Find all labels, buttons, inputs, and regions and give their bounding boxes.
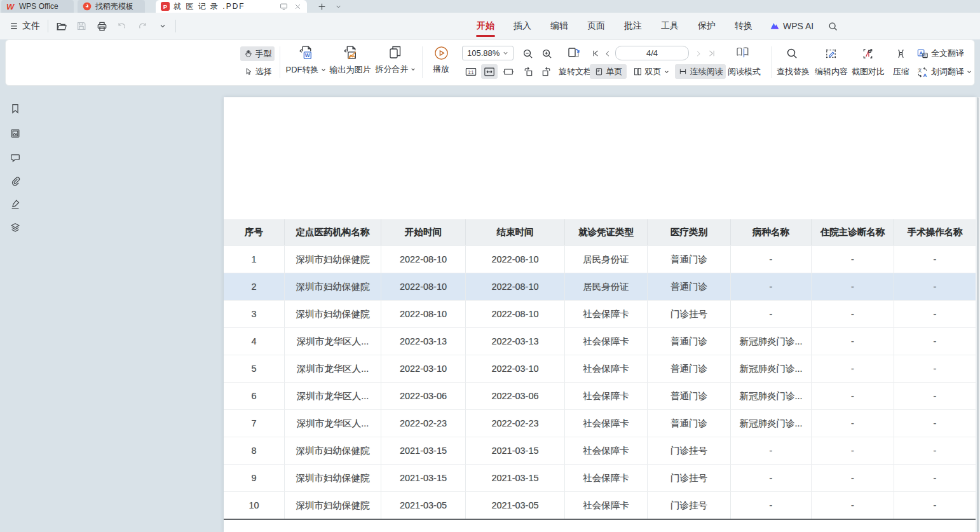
- table-cell: -: [731, 273, 812, 300]
- menu-insert[interactable]: 插入: [504, 13, 541, 39]
- actual-size-button[interactable]: 1:1: [463, 64, 479, 79]
- find-replace-icon-button[interactable]: [784, 46, 800, 61]
- last-page-button[interactable]: [706, 46, 718, 61]
- signature-panel-button[interactable]: [8, 197, 22, 211]
- split-merge-button[interactable]: 拆分合并: [372, 44, 418, 75]
- hand-tool-button[interactable]: 手型: [240, 46, 275, 61]
- compress-icon-button[interactable]: [892, 46, 909, 61]
- chevron-down-icon: [411, 67, 416, 72]
- comments-panel-button[interactable]: [8, 151, 22, 165]
- search-icon: [827, 21, 838, 32]
- menu-home[interactable]: 开始: [467, 13, 504, 39]
- screenshot-compare-icon-button[interactable]: [859, 46, 876, 61]
- table-cell: 2022-08-10: [381, 301, 466, 327]
- export-image-label: 输出为图片: [330, 64, 371, 76]
- word-translate-button[interactable]: 文A 划词翻译: [916, 65, 972, 78]
- qat-customize-chevron[interactable]: [155, 18, 170, 34]
- image-icon: [10, 128, 21, 139]
- single-page-view-button[interactable]: 单页: [590, 64, 627, 79]
- menu-edit[interactable]: 编辑: [541, 13, 578, 39]
- menu-protect[interactable]: 保护: [688, 13, 725, 39]
- print-button[interactable]: [94, 18, 109, 34]
- table-cell: -: [812, 410, 894, 437]
- attachments-panel-button[interactable]: [8, 174, 22, 188]
- table-cell: 2022-03-10: [381, 355, 466, 382]
- rotate-right-button[interactable]: [539, 64, 554, 79]
- close-tab-icon[interactable]: [294, 3, 302, 11]
- pdf-convert-button[interactable]: W PDF转换: [283, 44, 328, 76]
- read-mode-button[interactable]: 阅读模式: [726, 64, 763, 79]
- rotate-left-button[interactable]: [520, 64, 535, 79]
- fit-page-icon: [502, 66, 515, 78]
- save-button[interactable]: [74, 18, 89, 34]
- header-cell: 就诊凭证类型: [565, 219, 648, 245]
- table-row: 4深圳市龙华区人...2022-03-132022-03-13社会保障卡普通门诊…: [224, 327, 976, 355]
- table-cell: 普通门诊: [648, 328, 731, 355]
- zoom-out-button[interactable]: [520, 46, 535, 61]
- table-cell: 2021-03-15: [381, 465, 466, 491]
- first-page-button[interactable]: [590, 46, 601, 61]
- tab-document-active[interactable]: P 就 医 记 录 .PDF: [156, 0, 307, 13]
- window-tab-bar: W WPS Office 找稻壳模板 P 就 医 记 录 .PDF: [0, 0, 980, 13]
- continuous-reading-button[interactable]: 连续阅读: [675, 64, 726, 79]
- open-file-button[interactable]: [53, 18, 69, 34]
- svg-text:P: P: [163, 3, 168, 10]
- read-mode-icon-button[interactable]: [732, 44, 755, 62]
- pdf-convert-label: PDF转换: [286, 64, 319, 76]
- menu-row: 文件 开始 插入 编辑 页面 批注 工具 保护 转换: [0, 13, 980, 39]
- fit-width-button[interactable]: [481, 64, 498, 79]
- table-cell: 2022-03-13: [466, 328, 565, 355]
- table-cell: 2022-03-13: [381, 328, 466, 355]
- edit-content-icon-button[interactable]: [822, 46, 839, 61]
- new-tab-button[interactable]: [315, 0, 328, 13]
- previous-page-button[interactable]: [602, 46, 613, 61]
- table-cell: 社会保障卡: [565, 301, 648, 327]
- rotate-left-icon: [522, 65, 534, 78]
- table-cell: 2022-02-23: [466, 410, 565, 437]
- select-tool-button[interactable]: 选择: [240, 64, 275, 79]
- menu-comment[interactable]: 批注: [615, 13, 651, 39]
- undo-button[interactable]: [114, 18, 130, 34]
- save-icon: [76, 20, 87, 32]
- find-replace-button[interactable]: 查找替换: [775, 64, 811, 79]
- play-button[interactable]: 播放: [428, 45, 454, 75]
- menu-search-button[interactable]: [827, 21, 838, 32]
- rotate-document-button[interactable]: 旋转文档: [557, 64, 594, 79]
- table-cell: -: [731, 437, 812, 464]
- file-menu-button[interactable]: 文件: [6, 20, 43, 32]
- table-cell: 10: [224, 492, 285, 519]
- table-cell: 深圳市龙华区人...: [285, 328, 381, 355]
- next-page-button[interactable]: [693, 46, 704, 61]
- menu-page[interactable]: 页面: [578, 13, 615, 39]
- table-cell: 深圳市妇幼保健院: [285, 492, 381, 519]
- table-cell: 4: [224, 328, 285, 355]
- table-cell: 社会保障卡: [565, 383, 648, 409]
- menu-tools[interactable]: 工具: [651, 13, 688, 39]
- export-as-image-button[interactable]: 输出为图片: [327, 44, 373, 76]
- tab-docer-templates[interactable]: 找稻壳模板: [78, 0, 145, 13]
- fit-page-button[interactable]: [501, 64, 516, 79]
- rotate-document-icon-button[interactable]: [564, 44, 583, 62]
- thumbnails-panel-button[interactable]: [8, 126, 22, 140]
- table-cell: -: [894, 492, 976, 519]
- layers-panel-button[interactable]: [8, 221, 22, 235]
- compress-button[interactable]: 压缩: [892, 64, 911, 79]
- monitor-icon[interactable]: [279, 2, 289, 11]
- full-text-translate-button[interactable]: A文 全文翻译: [916, 47, 964, 60]
- double-page-view-button[interactable]: 双页: [630, 64, 671, 79]
- page-indicator-input[interactable]: 4/4: [615, 46, 689, 60]
- screenshot-compare-button[interactable]: 截图对比: [850, 64, 886, 79]
- zoom-in-button[interactable]: [539, 46, 554, 61]
- redo-button[interactable]: [135, 18, 150, 34]
- tab-list-chevron-icon[interactable]: [332, 0, 344, 13]
- wps-ai-button[interactable]: WPS AI: [762, 21, 821, 31]
- edit-content-button[interactable]: 编辑内容: [813, 64, 849, 79]
- pdf-file-icon: P: [161, 2, 170, 11]
- bookmarks-panel-button[interactable]: [8, 102, 22, 116]
- zoom-level-dropdown[interactable]: 105.88%: [462, 46, 514, 60]
- scrollbar-thumb[interactable]: [977, 97, 979, 532]
- menu-convert[interactable]: 转换: [725, 13, 762, 39]
- rotate-document-label: 旋转文档: [559, 66, 592, 78]
- vertical-scrollbar[interactable]: [976, 97, 980, 532]
- tab-wps-office[interactable]: W WPS Office: [1, 0, 74, 13]
